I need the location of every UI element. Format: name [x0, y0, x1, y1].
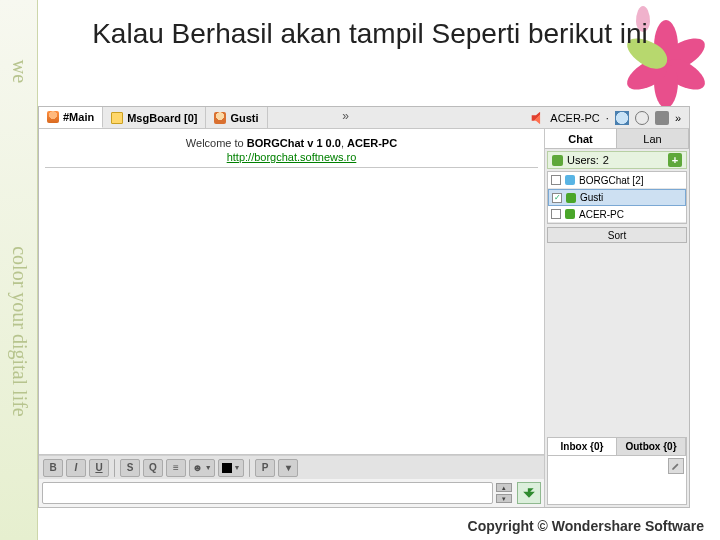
bold-button[interactable]: B	[43, 459, 63, 477]
paint-button[interactable]: P	[255, 459, 275, 477]
status-bar: ACER-PC · »	[526, 107, 685, 129]
list-button[interactable]: ≡	[166, 459, 186, 477]
users-header: Users:2 +	[547, 151, 687, 169]
user-name: BORGChat [2]	[579, 175, 643, 186]
slide-title: Kalau Berhasil akan tampil Seperti berik…	[60, 18, 680, 50]
add-user-button[interactable]: +	[668, 153, 682, 167]
app-window: #Main MsgBoard [0] Gusti » ACER-PC · » W…	[38, 106, 690, 508]
status-circle-icon[interactable]	[635, 111, 649, 125]
bg-text-2: color your digital life	[7, 246, 30, 417]
quote-button[interactable]: Q	[143, 459, 163, 477]
copyright: Copyright © Wondershare Software	[468, 518, 704, 534]
user-icon	[47, 111, 59, 123]
spinner: ▴ ▾	[496, 480, 512, 506]
toolbar-sep-1	[114, 459, 115, 477]
peg-icon[interactable]	[655, 111, 669, 125]
side-tab-lan[interactable]: Lan	[617, 129, 689, 148]
tab-bar: #Main MsgBoard [0] Gusti » ACER-PC · »	[39, 107, 689, 129]
slide-bg-sidebar: we color your digital life	[0, 0, 38, 540]
spin-down-button[interactable]: ▾	[496, 494, 512, 503]
user-status-icon	[566, 193, 576, 203]
welcome-pc: ACER-PC	[347, 137, 397, 149]
user-status-icon	[565, 209, 575, 219]
side-tabs: Chat Lan	[545, 129, 689, 149]
mail-body	[547, 455, 687, 505]
tab-msgboard[interactable]: MsgBoard [0]	[103, 107, 206, 128]
user-list: BORGChat [2]✓GustiACER-PC	[547, 171, 687, 224]
users-icon	[552, 155, 563, 166]
send-arrow-icon	[522, 486, 536, 500]
toolbar-sep-2	[249, 459, 250, 477]
more-button[interactable]: ▾	[278, 459, 298, 477]
status-overflow[interactable]: »	[675, 112, 681, 124]
sort-button[interactable]: Sort	[547, 227, 687, 243]
welcome-appname: BORGChat v 1 0.0	[247, 137, 341, 149]
head-icon	[214, 112, 226, 124]
outbox-tab[interactable]: Outbox {0}	[617, 438, 686, 455]
divider	[45, 167, 538, 168]
doc-icon	[111, 112, 123, 124]
italic-button[interactable]: I	[66, 459, 86, 477]
tab-overflow[interactable]: »	[342, 109, 349, 123]
user-name: Gusti	[580, 192, 603, 203]
chat-pane: Welcome to BORGChat v 1 0.0, ACER-PC htt…	[39, 129, 545, 507]
tab-user[interactable]: Gusti	[206, 107, 267, 128]
tab-msgboard-label: MsgBoard [0]	[127, 112, 197, 124]
strike-button[interactable]: S	[120, 459, 140, 477]
format-toolbar: B I U S Q ≡ ☻▼ ▼ P ▾	[39, 455, 544, 479]
pencil-icon	[671, 461, 681, 471]
status-pc-name: ACER-PC	[550, 112, 600, 124]
underline-button[interactable]: U	[89, 459, 109, 477]
input-row: ▴ ▾	[39, 479, 544, 507]
user-checkbox[interactable]	[551, 209, 561, 219]
emoji-icon: ☻	[192, 462, 203, 473]
user-row[interactable]: ✓Gusti	[548, 189, 686, 206]
mute-icon[interactable]	[530, 111, 544, 125]
user-name: ACER-PC	[579, 209, 624, 220]
tab-main-label: #Main	[63, 111, 94, 123]
users-label: Users:	[567, 154, 599, 166]
user-status-icon	[565, 175, 575, 185]
mail-compose-button[interactable]	[668, 458, 684, 474]
chat-log: Welcome to BORGChat v 1 0.0, ACER-PC htt…	[39, 129, 544, 455]
bg-text-1: we	[7, 60, 30, 83]
emoji-button[interactable]: ☻▼	[189, 459, 215, 477]
message-input[interactable]	[42, 482, 493, 504]
inbox-tab[interactable]: Inbox {0}	[548, 438, 617, 455]
mail-tabs: Inbox {0} Outbox {0}	[547, 437, 687, 455]
globe-icon[interactable]	[615, 111, 629, 125]
users-count: 2	[603, 154, 609, 166]
tab-main[interactable]: #Main	[39, 107, 103, 128]
user-checkbox[interactable]	[551, 175, 561, 185]
side-panel: Chat Lan Users:2 + BORGChat [2]✓GustiACE…	[545, 129, 689, 507]
send-button[interactable]	[517, 482, 541, 504]
user-checkbox[interactable]: ✓	[552, 193, 562, 203]
user-row[interactable]: ACER-PC	[548, 206, 686, 223]
welcome-prefix: Welcome to	[186, 137, 247, 149]
user-row[interactable]: BORGChat [2]	[548, 172, 686, 189]
welcome-link[interactable]: http://borgchat.softnews.ro	[45, 151, 538, 163]
tab-user-label: Gusti	[230, 112, 258, 124]
side-tab-chat[interactable]: Chat	[545, 129, 617, 148]
color-button[interactable]: ▼	[218, 459, 244, 477]
spin-up-button[interactable]: ▴	[496, 483, 512, 492]
welcome-line: Welcome to BORGChat v 1 0.0, ACER-PC	[45, 137, 538, 149]
color-swatch-icon	[222, 463, 232, 473]
